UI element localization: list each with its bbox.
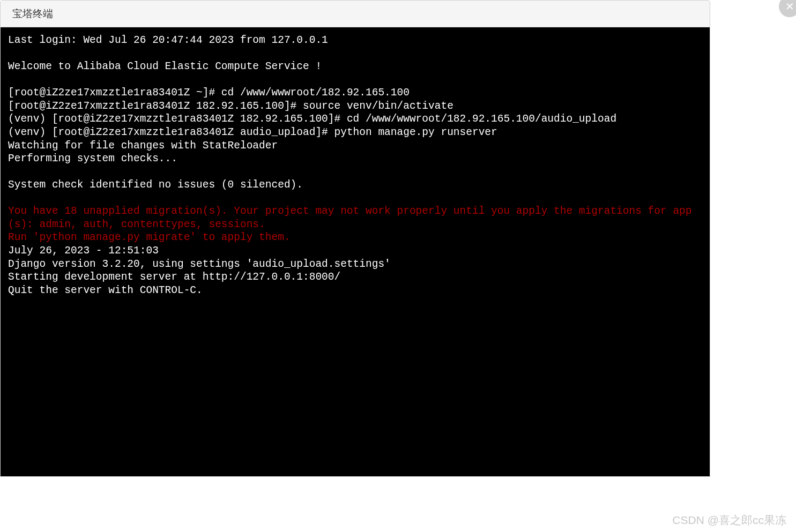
terminal-output[interactable]: Last login: Wed Jul 26 20:47:44 2023 fro… — [1, 27, 710, 476]
terminal-line: [root@iZ2ze17xmzztle1ra83401Z 182.92.165… — [8, 100, 702, 113]
terminal-line: You have 18 unapplied migration(s). Your… — [8, 205, 702, 231]
close-button[interactable]: ✕ — [779, 0, 796, 17]
terminal-line: Welcome to Alibaba Cloud Elastic Compute… — [8, 60, 702, 73]
terminal-line: Performing system checks... — [8, 152, 702, 166]
terminal-line: Run 'python manage.py migrate' to apply … — [8, 231, 702, 244]
terminal-line — [8, 166, 702, 179]
terminal-line — [8, 47, 702, 61]
terminal-line — [8, 192, 702, 205]
terminal-line: July 26, 2023 - 12:51:03 — [8, 244, 702, 258]
terminal-line — [8, 73, 702, 87]
watermark: CSDN @喜之郎cc果冻 — [672, 513, 786, 528]
terminal-line: Last login: Wed Jul 26 20:47:44 2023 fro… — [8, 34, 702, 47]
terminal-line: (venv) [root@iZ2ze17xmzztle1ra83401Z aud… — [8, 126, 702, 139]
terminal-line: Quit the server with CONTROL-C. — [8, 284, 702, 297]
terminal-line: Django version 3.2.20, using settings 'a… — [8, 258, 702, 271]
terminal-line: [root@iZ2ze17xmzztle1ra83401Z ~]# cd /ww… — [8, 86, 702, 100]
window-title: 宝塔终端 — [12, 7, 53, 21]
terminal-window: 宝塔终端 Last login: Wed Jul 26 20:47:44 202… — [0, 0, 710, 477]
terminal-line: (venv) [root@iZ2ze17xmzztle1ra83401Z 182… — [8, 113, 702, 126]
titlebar: 宝塔终端 — [1, 1, 710, 27]
close-icon: ✕ — [785, 0, 794, 13]
terminal-line: Starting development server at http://12… — [8, 271, 702, 284]
terminal-line: Watching for file changes with StatReloa… — [8, 139, 702, 153]
terminal-line: System check identified no issues (0 sil… — [8, 178, 702, 192]
